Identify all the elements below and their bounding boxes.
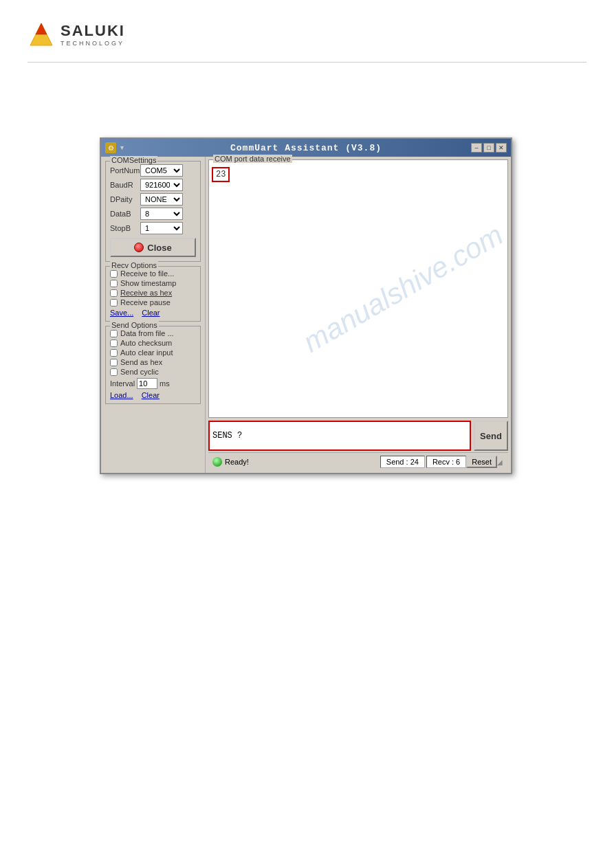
title-bar: ⚙ ▼ CommUart Assistant (V3.8) – □ ✕: [101, 139, 511, 157]
portnum-select[interactable]: COM5: [140, 164, 183, 177]
dpaity-select[interactable]: NONE: [140, 193, 183, 205]
recv-count: Recv : 6: [426, 456, 466, 468]
logo-subtitle: TECHNOLOGY: [61, 40, 125, 47]
maximize-button[interactable]: □: [483, 143, 494, 153]
send-options-group: Send Options Data from file ... Auto che…: [105, 326, 201, 404]
com-settings-label: COMSettings: [110, 156, 157, 164]
data-receive-label: COM port data receive: [213, 155, 292, 163]
reset-button[interactable]: Reset: [466, 456, 497, 468]
send-input-wrapper: [208, 421, 471, 451]
auto-checksum-label: Auto checksum: [120, 339, 172, 347]
show-timestamp-checkbox[interactable]: [110, 280, 118, 287]
title-buttons: – □ ✕: [471, 143, 507, 153]
red-indicator-icon: [134, 243, 144, 252]
recv-as-hex-label: Receive as hex: [120, 289, 172, 297]
auto-clear-input-checkbox[interactable]: [110, 349, 118, 357]
ready-icon: [212, 457, 222, 467]
send-input[interactable]: [210, 422, 470, 449]
interval-input[interactable]: [137, 378, 157, 389]
recv-options-label: Recv Options: [110, 261, 158, 269]
data-from-file-checkbox[interactable]: [110, 330, 118, 337]
send-cyclic-checkbox[interactable]: [110, 368, 118, 376]
recv-clear-link[interactable]: Clear: [142, 309, 160, 317]
send-button[interactable]: Send: [474, 421, 508, 451]
main-window: ⚙ ▼ CommUart Assistant (V3.8) – □ ✕ COMS…: [100, 137, 512, 474]
received-data-highlighted: 23: [212, 167, 230, 182]
portnum-row: PortNum COM5: [110, 164, 196, 177]
stopb-row: StopB 1: [110, 222, 196, 234]
data-from-file-row: Data from file ...: [110, 329, 196, 337]
data-receive-group: COM port data receive 23 manualshive.com: [208, 159, 508, 418]
window-content: COMSettings PortNum COM5 BaudR 921600 DP…: [101, 157, 511, 473]
recv-to-file-label: Receive to file...: [120, 269, 174, 278]
send-as-hex-row: Send as hex: [110, 358, 196, 366]
header-divider: [28, 62, 586, 63]
stopb-label: StopB: [110, 224, 140, 232]
app-icon: ⚙: [105, 142, 116, 153]
minimize-button[interactable]: –: [471, 143, 482, 153]
stopb-select[interactable]: 1: [140, 222, 183, 234]
status-bar: Ready! Send : 24 Recv : 6 Reset ◢: [208, 452, 508, 470]
send-area: Send: [208, 421, 508, 451]
watermark: manualshive.com: [298, 219, 509, 359]
recv-save-link[interactable]: Save...: [110, 309, 133, 317]
left-panel: COMSettings PortNum COM5 BaudR 921600 DP…: [101, 157, 206, 473]
datab-row: DataB 8: [110, 208, 196, 220]
right-panel: COM port data receive 23 manualshive.com…: [206, 157, 511, 473]
recv-to-file-checkbox[interactable]: [110, 270, 118, 278]
close-button[interactable]: ✕: [496, 143, 507, 153]
logo-name: SALUKI: [61, 22, 125, 40]
close-btn-label: Close: [147, 243, 171, 253]
baudr-select[interactable]: 921600: [140, 179, 183, 191]
dpaity-label: DPaity: [110, 195, 140, 203]
send-options-label: Send Options: [110, 321, 159, 329]
show-timestamp-label: Show timestamp: [120, 279, 176, 287]
send-as-hex-checkbox[interactable]: [110, 359, 118, 366]
datab-label: DataB: [110, 210, 140, 218]
logo-text: SALUKI TECHNOLOGY: [61, 22, 125, 47]
send-cyclic-label: Send cyclic: [120, 368, 159, 376]
send-links-row: Load... Clear: [110, 391, 196, 399]
recv-pause-row: Receive pause: [110, 298, 196, 307]
baudr-label: BaudR: [110, 181, 140, 189]
status-counts: Send : 24 Recv : 6: [380, 456, 466, 468]
recv-pause-label: Receive pause: [120, 298, 171, 307]
send-cyclic-row: Send cyclic: [110, 368, 196, 376]
resize-grip-icon: ◢: [497, 458, 504, 465]
datab-select[interactable]: 8: [140, 208, 183, 220]
ready-text: Ready!: [225, 458, 249, 466]
baudr-row: BaudR 921600: [110, 179, 196, 191]
send-load-link[interactable]: Load...: [110, 391, 133, 399]
portnum-label: PortNum: [110, 166, 140, 175]
title-bar-left: ⚙ ▼: [105, 142, 125, 153]
window-title: CommUart Assistant (V3.8): [230, 143, 382, 153]
close-port-button[interactable]: Close: [110, 238, 196, 257]
header: SALUKI TECHNOLOGY: [28, 21, 125, 48]
title-bar-arrow: ▼: [119, 144, 125, 151]
saluki-logo-icon: [28, 21, 55, 48]
recv-pause-checkbox[interactable]: [110, 299, 118, 307]
com-settings-group: COMSettings PortNum COM5 BaudR 921600 DP…: [105, 161, 201, 262]
dpaity-row: DPaity NONE: [110, 193, 196, 205]
recv-to-file-row: Receive to file...: [110, 269, 196, 278]
show-timestamp-row: Show timestamp: [110, 279, 196, 287]
status-ready: Ready!: [212, 457, 380, 467]
send-clear-link[interactable]: Clear: [142, 391, 160, 399]
recv-links-row: Save... Clear: [110, 309, 196, 317]
recv-as-hex-row: Receive as hex: [110, 289, 196, 297]
data-from-file-label: Data from file ...: [120, 329, 174, 337]
recv-options-group: Recv Options Receive to file... Show tim…: [105, 266, 201, 322]
send-as-hex-label: Send as hex: [120, 358, 162, 366]
send-count: Send : 24: [380, 456, 425, 468]
ms-label: ms: [160, 379, 170, 388]
recv-as-hex-checkbox[interactable]: [110, 289, 118, 297]
auto-clear-input-row: Auto clear input: [110, 348, 196, 357]
auto-checksum-row: Auto checksum: [110, 339, 196, 347]
auto-checksum-checkbox[interactable]: [110, 340, 118, 347]
interval-row: Interval ms: [110, 378, 196, 389]
svg-marker-1: [36, 23, 47, 34]
interval-label: Interval: [110, 379, 135, 388]
auto-clear-input-label: Auto clear input: [120, 348, 173, 357]
